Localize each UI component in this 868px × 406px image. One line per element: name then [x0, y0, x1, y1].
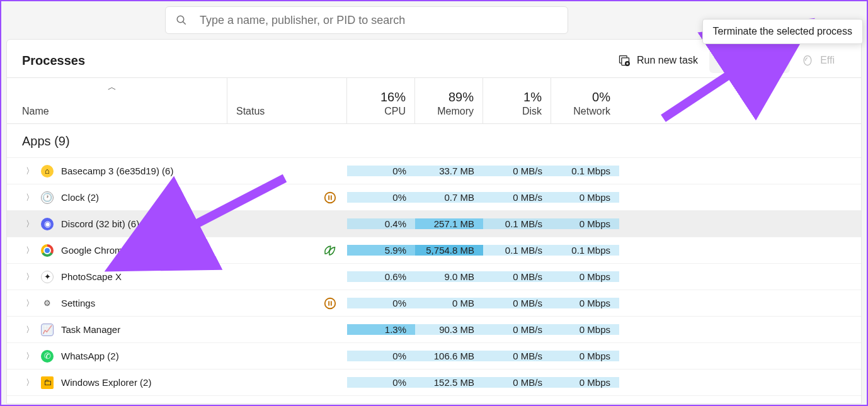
chevron-right-icon[interactable]: 〉: [26, 271, 33, 283]
disk-cell: 0 MB/s: [483, 298, 551, 308]
efficiency-icon: [801, 54, 814, 67]
col-network-header[interactable]: 0% Network: [551, 78, 619, 123]
process-status-cell: [227, 296, 347, 310]
network-label: Network: [551, 106, 610, 117]
memory-label: Memory: [415, 106, 474, 117]
chevron-right-icon[interactable]: 〉: [26, 218, 33, 230]
chevron-right-icon[interactable]: 〉: [26, 377, 33, 388]
leaf-status-icon: [322, 244, 337, 257]
memory-cell: 33.7 MB: [415, 166, 483, 176]
process-row[interactable]: 〉📈Task Manager1.3%90.3 MB0 MB/s0 Mbps: [7, 317, 861, 343]
col-cpu-header[interactable]: 16% CPU: [347, 78, 415, 123]
memory-cell: 106.6 MB: [415, 351, 483, 361]
chevron-right-icon[interactable]: 〉: [26, 298, 33, 309]
process-name-cell: 〉◉Discord (32 bit) (6): [7, 218, 227, 230]
app-icon: ⚙: [41, 297, 54, 310]
network-cell: 0.1 Mbps: [551, 166, 619, 176]
disk-cell: 0.1 MB/s: [483, 218, 551, 229]
end-task-button[interactable]: End task: [709, 48, 790, 73]
network-cell: 0 Mbps: [551, 271, 619, 282]
search-input[interactable]: [200, 14, 557, 27]
disk-cell: 0 MB/s: [483, 351, 551, 361]
svg-point-0: [177, 16, 184, 23]
cpu-cell: 0%: [347, 298, 415, 308]
cpu-label: CPU: [347, 106, 406, 117]
col-status-header[interactable]: Status: [227, 78, 347, 123]
process-row[interactable]: 〉⌂Basecamp 3 (6e35d19) (6)0%33.7 MB0 MB/…: [7, 158, 861, 184]
disk-total: 1%: [483, 90, 542, 104]
process-row[interactable]: 〉⚙Settings0%0 MB0 MB/s0 Mbps: [7, 290, 861, 317]
process-name: Clock (2): [61, 192, 99, 203]
process-row[interactable]: 〉✆WhatsApp (2)0%106.6 MB0 MB/s0 Mbps: [7, 343, 861, 369]
end-task-tooltip: Terminate the selected process: [702, 19, 863, 44]
cpu-total: 16%: [347, 90, 406, 104]
col-memory-header[interactable]: 89% Memory: [415, 78, 483, 123]
network-total: 0%: [551, 90, 610, 104]
chevron-right-icon[interactable]: 〉: [26, 192, 33, 203]
network-cell: 0 Mbps: [551, 218, 619, 229]
efficiency-button[interactable]: Effi: [790, 48, 846, 73]
process-name-cell: 〉⌂Basecamp 3 (6e35d19) (6): [7, 165, 227, 178]
disk-cell: 0.1 MB/s: [483, 245, 551, 256]
search-field-wrap[interactable]: [165, 6, 568, 34]
run-new-task-label: Run new task: [637, 55, 698, 66]
disk-cell: 0 MB/s: [483, 377, 551, 388]
sort-indicator-icon: ︿: [108, 82, 117, 93]
disk-cell: 0 MB/s: [483, 324, 551, 335]
svg-point-10: [325, 298, 336, 308]
run-task-icon: [618, 54, 631, 67]
network-cell: 0 Mbps: [551, 377, 619, 388]
memory-cell: 5,754.8 MB: [415, 245, 483, 256]
panel-actions: Run new task End task Effi: [607, 48, 846, 73]
process-row[interactable]: 〉🗀Windows Explorer (2)0%152.5 MB0 MB/s0 …: [7, 369, 861, 396]
process-row[interactable]: 〉◉Discord (32 bit) (6)0.4%257.1 MB0.1 MB…: [7, 211, 861, 237]
panel-header: Processes Run new task End task Effi: [7, 40, 861, 77]
process-name: Windows Explorer (2): [61, 377, 151, 388]
apps-group-header[interactable]: Apps (9): [7, 124, 861, 158]
pause-status-icon: [323, 296, 337, 310]
process-name-cell: 〉⚙Settings: [7, 297, 227, 310]
col-name-label: Name: [22, 106, 227, 117]
app-icon: ✆: [41, 350, 54, 363]
run-new-task-button[interactable]: Run new task: [607, 48, 709, 73]
app-icon: 🕐: [41, 191, 54, 204]
chevron-right-icon[interactable]: 〉: [26, 351, 33, 362]
process-row[interactable]: 〉✦PhotoScape X0.6%9.0 MB0 MB/s0 Mbps: [7, 264, 861, 290]
disk-cell: 0 MB/s: [483, 166, 551, 176]
panel-title: Processes: [22, 54, 85, 68]
memory-cell: 257.1 MB: [415, 218, 483, 229]
column-headers: ︿ Name Status 16% CPU 89% Memory 1% Disk…: [7, 77, 861, 124]
disk-label: Disk: [483, 106, 542, 117]
process-status-cell: [227, 244, 347, 257]
memory-cell: 152.5 MB: [415, 377, 483, 388]
memory-cell: 9.0 MB: [415, 271, 483, 282]
col-disk-header[interactable]: 1% Disk: [483, 78, 551, 123]
app-icon: ⌂: [41, 165, 54, 178]
chevron-right-icon[interactable]: 〉: [26, 245, 33, 256]
process-row[interactable]: 〉🕐Clock (2)0%0.7 MB0 MB/s0 Mbps: [7, 184, 861, 211]
process-row[interactable]: 〉Google Chrome (61)5.9%5,754.8 MB0.1 MB/…: [7, 237, 861, 264]
process-name: Google Chrome (61): [61, 245, 147, 256]
col-name-header[interactable]: ︿ Name: [7, 78, 227, 123]
pause-status-icon: [323, 191, 337, 205]
process-name: PhotoScape X: [61, 271, 122, 282]
efficiency-label: Effi: [820, 55, 835, 66]
network-cell: 0 Mbps: [551, 298, 619, 308]
cpu-cell: 0%: [347, 166, 415, 176]
processes-panel: Processes Run new task End task Effi ︿ N…: [6, 39, 862, 404]
process-name: Discord (32 bit) (6): [61, 218, 139, 229]
network-cell: 0.1 Mbps: [551, 245, 619, 256]
disk-cell: 0 MB/s: [483, 271, 551, 282]
col-status-label: Status: [236, 106, 346, 117]
svg-line-1: [183, 21, 186, 25]
chevron-right-icon[interactable]: 〉: [26, 166, 33, 177]
cpu-cell: 0.4%: [347, 218, 415, 229]
cpu-cell: 5.9%: [347, 245, 415, 256]
network-cell: 0 Mbps: [551, 192, 619, 203]
svg-line-6: [724, 57, 730, 64]
cpu-cell: 0%: [347, 192, 415, 203]
chevron-right-icon[interactable]: 〉: [26, 324, 33, 336]
process-name-cell: 〉✦PhotoScape X: [7, 271, 227, 283]
memory-cell: 0.7 MB: [415, 192, 483, 203]
process-name-cell: 〉✆WhatsApp (2): [7, 350, 227, 363]
